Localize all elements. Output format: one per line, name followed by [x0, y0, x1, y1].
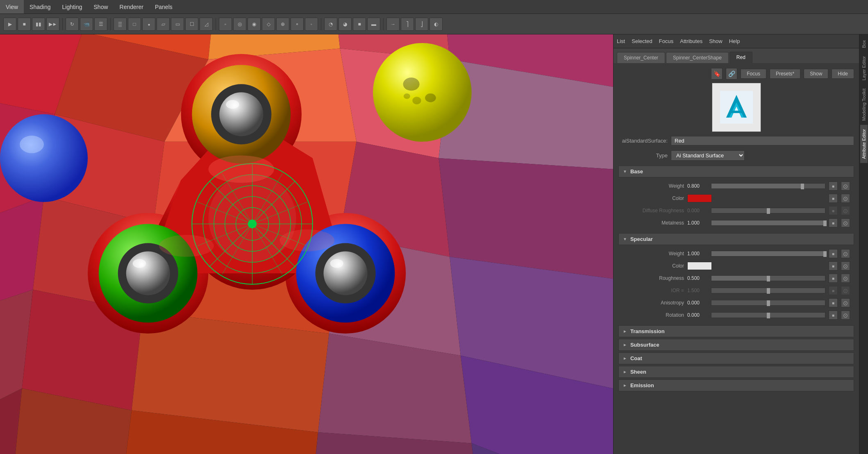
vtab-modeling-toolkit[interactable]: Modeling Toolkit	[860, 84, 868, 125]
main-content: List Selected Focus Attributes Show Help…	[0, 34, 868, 454]
vtab-box[interactable]: Box	[860, 36, 868, 52]
toolbar-btn-3[interactable]: ▮▮	[32, 18, 45, 31]
attr-base-metalness-slider[interactable]	[711, 220, 825, 226]
attr-base-weight-map-btn[interactable]: ■	[829, 182, 838, 191]
type-select[interactable]: Ai Standard Surface	[671, 150, 745, 161]
hide-button[interactable]: Hide	[832, 69, 854, 79]
attr-base-diffrough-thumb	[767, 208, 770, 214]
menu-show[interactable]: Show	[88, 0, 114, 14]
toolbar-btn-select[interactable]: →	[386, 18, 400, 31]
attr-base-color-swatch[interactable]	[687, 194, 712, 202]
attr-base-metalness-map-btn[interactable]: ■	[829, 218, 838, 227]
toolbar-btn-14[interactable]: ◿	[200, 18, 213, 31]
toolbar-btn-12[interactable]: ▭	[171, 18, 184, 31]
toolbar-btn-19[interactable]: ⚬	[291, 18, 304, 31]
attr-menu-list[interactable]: List	[617, 36, 625, 46]
toolbar-btn-22[interactable]: ◕	[339, 18, 352, 31]
vtab-layer-editor[interactable]: Layer Editor	[860, 52, 868, 84]
link-icon-btn[interactable]: 🔗	[726, 68, 737, 79]
toolbar-btn-7[interactable]: ☰	[94, 18, 107, 31]
attr-base-color-map-btn[interactable]: ■	[829, 194, 838, 203]
attr-spec-rotation-extra-btn[interactable]: ⨀	[841, 311, 850, 320]
toolbar-btn-5[interactable]: ↻	[66, 18, 79, 31]
attr-base-weight-extra-btn[interactable]: ⨀	[841, 182, 850, 191]
node-tab-0[interactable]: Spinner_Center	[617, 52, 665, 63]
attr-spec-rotation-slider[interactable]	[711, 312, 825, 318]
menu-lighting[interactable]: Lighting	[56, 0, 88, 14]
toolbar-btn-20[interactable]: ◦	[305, 18, 318, 31]
attr-base-metalness-extra-btn[interactable]: ⨀	[841, 218, 850, 227]
attr-menu-selected[interactable]: Selected	[632, 36, 652, 46]
attr-spec-rotation-map-btn[interactable]: ■	[829, 311, 838, 320]
focus-button[interactable]: Focus	[741, 69, 766, 79]
toolbar-btn-26[interactable]: ⎦	[415, 18, 428, 31]
toolbar-btn-4[interactable]: ▶►	[46, 18, 59, 31]
autodesk-logo	[720, 91, 753, 124]
toolbar-btn-9[interactable]: □	[128, 18, 141, 31]
attr-spec-anisotropy-slider[interactable]	[711, 300, 825, 306]
attr-base-weight-value: 0.800	[687, 183, 708, 189]
vtab-attribute-editor[interactable]: Attribute Editor	[860, 125, 868, 163]
node-tab-2[interactable]: Red	[729, 52, 752, 63]
section-emission-header[interactable]: ► Emission	[618, 379, 854, 391]
menu-renderer[interactable]: Renderer	[114, 0, 149, 14]
attr-base-diffrough-value: 0.000	[687, 208, 708, 213]
node-tab-1[interactable]: Spinner_CenterShape	[666, 52, 729, 63]
section-coat-header[interactable]: ► Coat	[618, 352, 854, 364]
attr-spec-weight-map-btn[interactable]: ■	[829, 249, 838, 258]
presets-button[interactable]: Presets*	[770, 69, 800, 79]
section-transmission-header[interactable]: ► Transmission	[618, 325, 854, 337]
attr-menu-focus[interactable]: Focus	[659, 36, 673, 46]
attr-spec-anisotropy-extra-btn[interactable]: ⨀	[841, 298, 850, 307]
toolbar-btn-8[interactable]: ▒	[114, 18, 127, 31]
attr-menu-attributes[interactable]: Attributes	[680, 36, 702, 46]
attr-spec-roughness-slider[interactable]	[711, 275, 825, 281]
toolbar-sep-3	[216, 18, 216, 30]
bookmark-icon-btn[interactable]: 🔖	[711, 68, 723, 79]
attr-menu-show[interactable]: Show	[709, 36, 723, 46]
section-specular-header[interactable]: ▼ Specular	[618, 233, 854, 245]
attr-base-diffrough-extra-btn: ⨀	[841, 206, 850, 215]
toolbar-btn-13[interactable]: ☐	[185, 18, 198, 31]
attr-spec-weight-extra-btn[interactable]: ⨀	[841, 249, 850, 258]
attr-spec-color-map-btn[interactable]: ■	[829, 261, 838, 270]
toolbar-btn-27[interactable]: ◐	[429, 18, 443, 31]
toolbar-btn-25[interactable]: ⎤	[401, 18, 414, 31]
viewport[interactable]	[0, 34, 613, 454]
attr-spec-anisotropy-map-btn[interactable]: ■	[829, 298, 838, 307]
attr-base-weight-slider[interactable]	[711, 183, 825, 189]
toolbar-btn-23[interactable]: ■	[353, 18, 366, 31]
section-subsurface-header[interactable]: ► Subsurface	[618, 339, 854, 351]
material-name-input[interactable]	[671, 136, 854, 145]
attr-spec-weight-slider[interactable]	[711, 251, 825, 257]
toolbar-btn-18[interactable]: ⊕	[276, 18, 289, 31]
attr-spec-color-extra-btn[interactable]: ⨀	[841, 261, 850, 270]
section-sheen-header[interactable]: ► Sheen	[618, 366, 854, 378]
menu-shading[interactable]: Shading	[24, 0, 56, 14]
toolbar-btn-21[interactable]: ◔	[324, 18, 337, 31]
attr-base-color-extra-btn[interactable]: ⨀	[841, 194, 850, 203]
toolbar-btn-1[interactable]: ▶	[3, 18, 16, 31]
attr-spec-roughness-map-btn[interactable]: ■	[829, 274, 838, 283]
toolbar-btn-24[interactable]: ▬	[367, 18, 380, 31]
attr-spec-ior-slider	[711, 288, 825, 293]
attr-base-diffrough-slider	[711, 208, 825, 213]
menu-panels[interactable]: Panels	[149, 0, 178, 14]
toolbar-btn-11[interactable]: ▱	[157, 18, 170, 31]
toolbar-btn-15[interactable]: ◎	[233, 18, 246, 31]
toolbar-btn-16[interactable]: ◉	[248, 18, 261, 31]
toolbar-btn-6[interactable]: 📹	[80, 18, 93, 31]
toolbar-btn-cube[interactable]: ▫	[219, 18, 232, 31]
section-base-header[interactable]: ▼ Base	[618, 166, 854, 177]
toolbar-btn-10[interactable]: ⬥	[142, 18, 155, 31]
attr-menu-help[interactable]: Help	[729, 36, 740, 46]
show-button[interactable]: Show	[804, 69, 828, 79]
menu-view[interactable]: View	[0, 0, 24, 14]
attr-spec-color-swatch[interactable]	[687, 262, 712, 270]
attr-spec-rotation: Rotation 0.000 ■ ⨀	[618, 309, 854, 321]
toolbar-btn-2[interactable]: ■	[18, 18, 31, 31]
attr-spec-roughness-extra-btn[interactable]: ⨀	[841, 274, 850, 283]
attr-base-metalness: Metalness 1.000 ■ ⨀	[618, 217, 854, 229]
section-base: ▼ Base Weight 0.800 ■ ⨀	[618, 166, 854, 232]
toolbar-btn-17[interactable]: ◇	[262, 18, 275, 31]
